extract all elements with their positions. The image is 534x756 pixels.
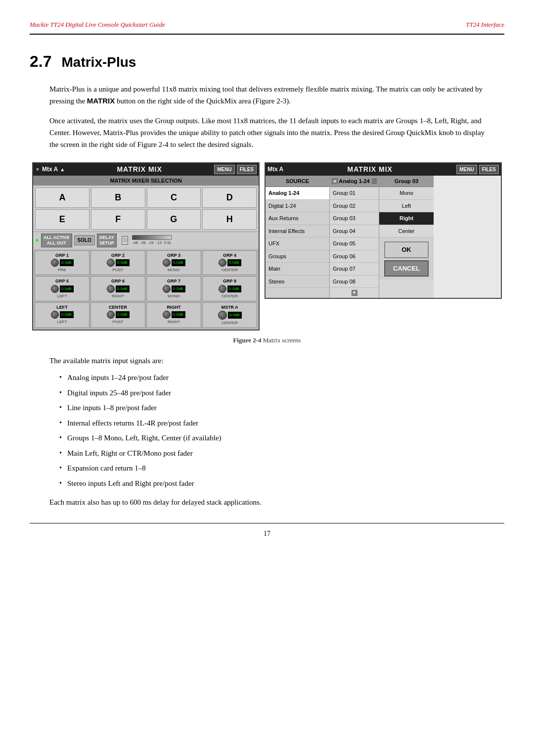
channel-center: CENTER 0.0dB POST bbox=[90, 302, 145, 329]
output-left[interactable]: Left bbox=[379, 200, 434, 213]
group-column: ▲ Analog 1-24 Group 01 Group 02 Group 03… bbox=[330, 176, 379, 298]
source-internal-effects[interactable]: Internal Effects bbox=[266, 225, 329, 238]
page-footer: 17 bbox=[30, 523, 504, 539]
bullet-item-5: Groups 1–8 Mono, Left, Right, Center (if… bbox=[59, 432, 504, 444]
group-07[interactable]: Group 07 bbox=[330, 263, 379, 276]
delay-setup-button[interactable]: DELAYSETUP bbox=[97, 234, 117, 247]
right-matrix-panel: Mtx A MATRIX MIX MENU FILES SOURCE Analo… bbox=[265, 162, 502, 299]
header-left: Mackie TT24 Digital Live Console Quickst… bbox=[30, 20, 165, 30]
group-05[interactable]: Group 05 bbox=[330, 237, 379, 250]
fader-ticks: -48-36-24-120 0L bbox=[132, 240, 172, 246]
channel-grp7: GRP 7 0.0dB MONO bbox=[146, 276, 201, 301]
source-header: SOURCE bbox=[266, 176, 329, 188]
fader-bar bbox=[132, 235, 172, 240]
bullet-item-7: Expansion card return 1–8 bbox=[59, 463, 504, 474]
letter-C[interactable]: C bbox=[147, 188, 201, 208]
body-paragraph-2: Once activated, the matrix uses the Grou… bbox=[49, 115, 494, 150]
source-digital124[interactable]: Digital 1-24 bbox=[266, 200, 329, 213]
ok-button[interactable]: OK bbox=[384, 241, 429, 258]
group-header: ▲ Analog 1-24 bbox=[330, 176, 379, 188]
bullet-item-8: Stereo inputs Left and Right pre/post fa… bbox=[59, 478, 504, 489]
left-menu-btn[interactable]: MENU bbox=[214, 165, 234, 174]
right-content: SOURCE Analog 1-24 Digital 1-24 Aux Retu… bbox=[266, 176, 501, 298]
output-center[interactable]: Center bbox=[379, 225, 434, 238]
left-top-bar: ▼ Mtx A ▲ MATRIX MIX MENU FILES bbox=[33, 163, 259, 176]
channel-grid: GRP 1 0.0dB PRE GRP 2 0.0dB POST GRP 3 0… bbox=[33, 249, 259, 330]
channel-grp2: GRP 2 0.0dB POST bbox=[90, 250, 145, 276]
output-header: Group 03 bbox=[379, 176, 434, 188]
left-matrix-panel: ▼ Mtx A ▲ MATRIX MIX MENU FILES MATRIX M… bbox=[32, 162, 260, 331]
channel-right: RIGHT 0.0dB RIGHT bbox=[146, 302, 201, 329]
channel-grp1: GRP 1 0.0dB PRE bbox=[35, 250, 89, 276]
channel-grp3: GRP 3 0.0dB MONO bbox=[146, 250, 201, 276]
source-main[interactable]: Main bbox=[266, 263, 329, 276]
group-header-label: Analog 1-24 bbox=[339, 177, 369, 186]
group-03[interactable]: Group 03 bbox=[330, 212, 379, 225]
channel-grp4: GRP 4 0.0dB CENTER bbox=[202, 250, 257, 276]
right-menu-btn[interactable]: MENU bbox=[456, 165, 477, 174]
body-paragraph-1: Matrix-Plus is a unique and powerful 11x… bbox=[49, 83, 494, 107]
channel-mstra: MSTR A 0.0dB CENTER bbox=[202, 302, 257, 329]
group-06[interactable]: Group 06 bbox=[330, 250, 379, 263]
channel-grp8: GRP 8 0.0dB CENTER bbox=[202, 276, 257, 301]
bullet-item-1: Analog inputs 1–24 pre/post fader bbox=[59, 372, 504, 383]
closing-text: Each matrix also has up to 600 ms delay … bbox=[49, 497, 504, 508]
right-files-btn[interactable]: FILES bbox=[479, 165, 499, 174]
left-mtx-label: Mtx A bbox=[42, 165, 58, 174]
letter-G[interactable]: G bbox=[147, 209, 201, 230]
source-groups[interactable]: Groups bbox=[266, 250, 329, 263]
section-number: 2.7 bbox=[30, 49, 51, 73]
right-panel-title: MATRIX MIX bbox=[285, 164, 454, 175]
group-01[interactable]: Group 01 bbox=[330, 187, 379, 200]
letter-A[interactable]: A bbox=[35, 188, 89, 208]
figure-caption: Figure 2-4 Matrix screens bbox=[30, 335, 504, 345]
bullet-item-6: Main Left, Right or CTR/Mono post fader bbox=[59, 448, 504, 459]
right-mtx-label: Mtx A bbox=[267, 165, 283, 174]
section-title: Matrix-Plus bbox=[61, 52, 136, 73]
cancel-button[interactable]: CANCEL bbox=[384, 260, 429, 277]
solo-button[interactable]: SOLO bbox=[74, 235, 95, 245]
letter-E[interactable]: E bbox=[35, 209, 89, 230]
group-04[interactable]: Group 04 bbox=[330, 225, 379, 238]
page-number: 17 bbox=[264, 530, 270, 537]
letter-H[interactable]: H bbox=[202, 209, 257, 230]
source-ufx[interactable]: UFX bbox=[266, 237, 329, 250]
channel-grp5: GRP 5 0.0dB LEFT bbox=[35, 276, 89, 301]
output-mono[interactable]: Mono bbox=[379, 187, 434, 200]
bullet-item-2: Digital inputs 25–48 pre/post fader bbox=[59, 387, 504, 399]
controls-row: ◉ ALL ACTIVEALL OUT SOLO DELAYSETUP □ -4… bbox=[33, 232, 259, 249]
letter-grid: A B C D E F G H bbox=[33, 186, 259, 232]
bullet-list: Analog inputs 1–24 pre/post fader Digita… bbox=[59, 372, 504, 489]
group-02[interactable]: Group 02 bbox=[330, 200, 379, 213]
page-header: Mackie TT24 Digital Live Console Quickst… bbox=[30, 20, 504, 35]
source-stereo[interactable]: Stereo bbox=[266, 276, 329, 288]
output-column: Group 03 Mono Left Right Center OK CANCE… bbox=[379, 176, 434, 298]
selection-bar: MATRIX MIXER SELECTION bbox=[33, 176, 259, 186]
figure-area: ▼ Mtx A ▲ MATRIX MIX MENU FILES MATRIX M… bbox=[30, 162, 504, 331]
right-top-bar: Mtx A MATRIX MIX MENU FILES bbox=[266, 163, 501, 176]
all-active-button[interactable]: ALL ACTIVEALL OUT bbox=[41, 234, 72, 247]
channel-left: LEFT 0.0dB LEFT bbox=[35, 302, 89, 329]
channel-grp6: GRP 6 0.0dB RIGHT bbox=[90, 276, 145, 301]
group-08[interactable]: Group 08 bbox=[330, 276, 379, 288]
bullet-intro: The available matrix input signals are: bbox=[49, 355, 504, 367]
scroll-up-arrow[interactable]: ▲ bbox=[332, 178, 338, 184]
bullet-item-3: Line inputs 1–8 pre/post fader bbox=[59, 402, 504, 414]
scroll-down-arrow[interactable]: ▼ bbox=[352, 290, 357, 296]
letter-B[interactable]: B bbox=[91, 188, 145, 208]
source-analog124[interactable]: Analog 1-24 bbox=[266, 187, 329, 200]
left-panel-title: MATRIX MIX bbox=[67, 164, 212, 175]
bullet-item-4: Internal effects returns 1L-4R pre/post … bbox=[59, 418, 504, 429]
left-arrow-up: ▲ bbox=[60, 166, 65, 173]
source-aux-returns[interactable]: Aux Returns bbox=[266, 212, 329, 225]
source-column: SOURCE Analog 1-24 Digital 1-24 Aux Retu… bbox=[266, 176, 330, 298]
left-files-btn[interactable]: FILES bbox=[237, 165, 257, 174]
header-right: TT24 Interface bbox=[466, 20, 504, 30]
letter-D[interactable]: D bbox=[202, 188, 257, 208]
output-right[interactable]: Right bbox=[379, 212, 434, 225]
letter-F[interactable]: F bbox=[91, 209, 145, 230]
section-heading: 2.7 Matrix-Plus bbox=[30, 49, 504, 73]
